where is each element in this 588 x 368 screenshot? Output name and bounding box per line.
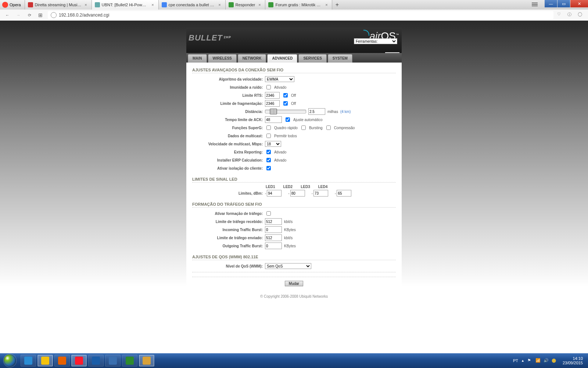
distance-slider[interactable] <box>265 110 306 113</box>
nav-tab-main[interactable]: MAIN <box>188 54 207 63</box>
superg-comp-checkbox[interactable] <box>326 125 331 130</box>
info-icon[interactable]: ⓘ <box>567 12 574 18</box>
browser-tab[interactable]: UBNT: [Bullet2 Hi-Power]…× <box>92 0 159 10</box>
led2-input[interactable] <box>290 190 305 197</box>
frag-label: Limite de fragmentação: <box>192 102 265 106</box>
distance-label: Distância: <box>192 110 265 114</box>
submit-button[interactable]: Mudar <box>285 281 303 286</box>
tab-favicon <box>268 2 273 7</box>
slider-thumb[interactable] <box>270 109 277 114</box>
led4-input[interactable] <box>337 190 351 197</box>
eirp-checkbox[interactable] <box>266 158 271 162</box>
tab-label: Forum gratis : Mikrotik Fo… <box>275 3 322 7</box>
noise-checkbox[interactable] <box>266 85 271 89</box>
taskbar-firefox-icon[interactable] <box>54 355 70 367</box>
qos-select[interactable]: Sem QoS <box>265 263 311 269</box>
led3-input[interactable] <box>313 190 328 197</box>
nav-tab-network[interactable]: NETWORK <box>238 54 266 63</box>
led1-input[interactable] <box>267 190 282 197</box>
heart-icon[interactable]: ♡ <box>557 12 564 18</box>
nav-tab-wireless[interactable]: WIRELESS <box>208 54 237 63</box>
ack-auto-checkbox[interactable] <box>286 117 290 122</box>
taskbar-app-blue-icon[interactable] <box>88 355 104 367</box>
tray-network-icon[interactable]: 📶 <box>535 358 541 363</box>
browser-tab[interactable]: cpe conectada a bullet 2h…× <box>159 0 226 10</box>
window-close[interactable]: ✕ <box>570 0 588 7</box>
superg-burst-checkbox[interactable] <box>301 125 306 130</box>
browser-tab[interactable]: Diretta streaming | Music…× <box>25 0 92 10</box>
noise-label: Imunidade a ruído: <box>192 85 265 89</box>
extra-checkbox[interactable] <box>266 150 271 154</box>
tab-close-icon[interactable]: × <box>217 2 222 7</box>
user-icon[interactable]: ◯ <box>578 12 584 18</box>
nav-back[interactable]: ← <box>4 11 11 19</box>
led-values: ---- <box>265 190 356 197</box>
section-led: LIMITES DE SINAL LED <box>192 177 396 183</box>
taskbar-chrome-icon[interactable] <box>37 355 53 367</box>
product-logo: BULLET2HP <box>189 33 231 43</box>
page-viewport: BULLET2HP airOS™ Ferramentas: Logout MAI… <box>0 21 588 353</box>
tab-close-icon[interactable]: × <box>257 2 262 7</box>
nav-forward[interactable]: → <box>15 11 22 19</box>
nav-tab-system[interactable]: SYSTEM <box>328 54 352 63</box>
window-minimize[interactable]: — <box>545 0 557 7</box>
window-buttons: — ▭ ✕ <box>544 0 588 7</box>
isolation-label: Ativar isolação do cliente: <box>192 166 265 170</box>
nav-tab-advanced[interactable]: ADVANCED <box>267 54 297 63</box>
tray-volume-icon[interactable]: 🔊 <box>544 358 549 363</box>
submit-row: Mudar <box>192 277 396 286</box>
shape-enable-checkbox[interactable] <box>266 211 271 216</box>
nav-apps[interactable]: ⊞ <box>37 11 44 19</box>
mcast-rate-select[interactable]: 18 <box>265 141 281 147</box>
distance-input[interactable] <box>308 108 325 115</box>
browser-badge[interactable]: Opera <box>0 0 25 10</box>
taskbar-app-green-icon[interactable] <box>122 355 137 367</box>
new-tab-button[interactable]: + <box>332 0 342 10</box>
shape-in-burst-input[interactable] <box>265 226 282 233</box>
address-bar: ← → ⟳ ⊞ 192.168.0.2/advanced.cgi ♡ ⓘ ◯ <box>0 10 588 21</box>
taskbar-opera-icon[interactable] <box>71 355 87 367</box>
globe-icon <box>51 12 57 18</box>
led-head: LED3 <box>301 185 310 189</box>
start-button[interactable] <box>0 353 20 368</box>
tab-close-icon[interactable]: × <box>150 2 155 7</box>
mcast-allow-checkbox[interactable] <box>266 134 271 138</box>
taskbar-ie-icon[interactable] <box>21 355 36 367</box>
shape-out-burst-input[interactable] <box>265 243 282 249</box>
tools-dropdown[interactable]: Ferramentas: <box>354 38 397 44</box>
browser-tab[interactable]: Forum gratis : Mikrotik Fo…× <box>265 0 332 10</box>
tray-shield-icon[interactable]: ⬤ <box>552 358 557 363</box>
isolation-checkbox[interactable] <box>266 166 271 170</box>
window-maximize[interactable]: ▭ <box>557 0 570 7</box>
taskbar-paint-icon[interactable] <box>139 355 154 367</box>
shape-out-burst-label: Outgoing Traffic Burst: <box>192 244 265 248</box>
nav-tab-services[interactable]: SERVICES <box>298 54 326 63</box>
ack-input[interactable] <box>265 116 282 123</box>
browser-tab[interactable]: Responder× <box>226 0 266 10</box>
url-field[interactable]: 192.168.0.2/advanced.cgi <box>48 11 553 19</box>
tray-flag-icon[interactable]: ⚑ <box>527 358 533 363</box>
rate-alg-select[interactable]: EWMA <box>265 76 294 82</box>
rts-input[interactable] <box>265 92 280 99</box>
frag-off-checkbox[interactable] <box>283 101 288 106</box>
led-head: LED1 <box>266 185 275 189</box>
tray-clock[interactable]: 14:10 23/09/2015 <box>560 356 586 365</box>
tray-lang[interactable]: PT <box>513 358 518 363</box>
rts-off-checkbox[interactable] <box>283 93 288 98</box>
frag-input[interactable] <box>265 100 280 107</box>
shape-out-input[interactable] <box>265 234 282 241</box>
shape-in-input[interactable] <box>265 218 282 225</box>
browser-menu-button[interactable] <box>529 1 540 8</box>
led-headers: LED1LED2LED3LED4 <box>266 185 396 189</box>
tray-chevron-up-icon[interactable]: ▲ <box>521 359 524 362</box>
browser-tabstrip: Opera Diretta streaming | Music…×UBNT: [… <box>0 0 588 10</box>
tools-dropdown-wrap: Ferramentas: <box>354 38 397 44</box>
tab-close-icon[interactable]: × <box>83 2 89 7</box>
nav-reload[interactable]: ⟳ <box>26 11 33 19</box>
taskbar-app-tool-icon[interactable] <box>105 355 121 367</box>
tab-close-icon[interactable]: × <box>324 2 329 7</box>
led-thr-label: Limites, dBm: <box>192 191 265 195</box>
panel-header: BULLET2HP airOS™ Ferramentas: Logout <box>186 28 402 53</box>
superg-fast-checkbox[interactable] <box>266 125 271 130</box>
form-content: AJUSTES AVANÇADOS DA CONEXÃO SEM FIO Alg… <box>186 63 402 291</box>
